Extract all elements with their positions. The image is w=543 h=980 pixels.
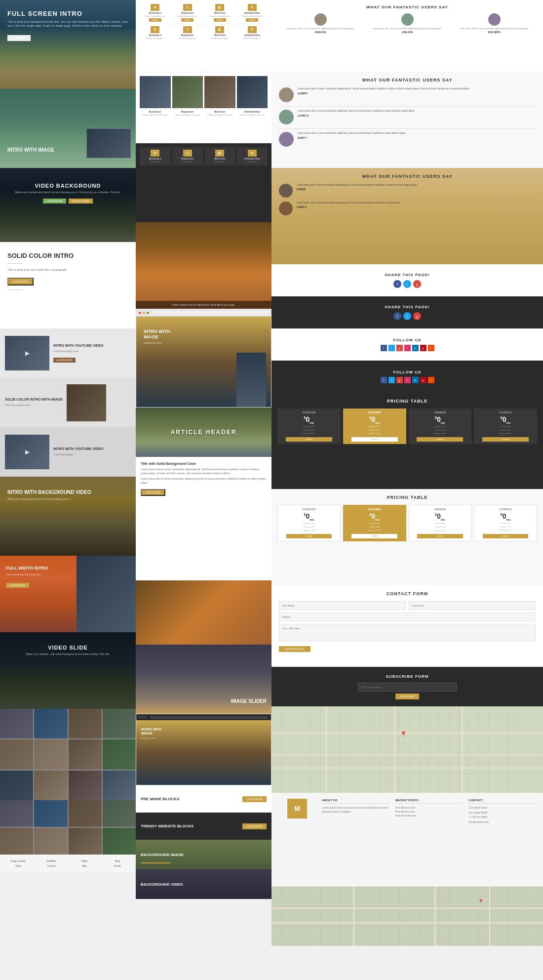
video-bg-learn-btn[interactable]: LEARN MORE (43, 199, 66, 204)
reddit-follow-dark-icon[interactable]: r (428, 377, 434, 383)
contact-name-input[interactable] (279, 601, 406, 610)
feature-btn-1[interactable]: MORE (149, 18, 161, 22)
map-area-1[interactable]: 📍 (272, 706, 543, 793)
article-body-text-2: Lorem ipsum dolor sit amet consectetur a… (141, 477, 267, 485)
full-width-intro-btn[interactable]: LEARN MORE (6, 583, 29, 588)
map-grid-1: 📍 (272, 706, 543, 793)
label-3: Slider (69, 859, 100, 863)
feature-2-label-2: Responsive (172, 34, 203, 37)
label-2: Portfolio (36, 859, 67, 863)
pinterest-follow-icon[interactable]: p (420, 345, 427, 351)
pricing-btn-standard-light[interactable]: ORDER (286, 534, 332, 538)
map-roads-2 (272, 887, 543, 946)
photo-cell-20 (103, 828, 136, 855)
pricing-price-featured-dark: $0/mo (346, 415, 404, 424)
googleplus-share-dark-icon[interactable]: g (413, 312, 421, 320)
photo-cell-2 (34, 709, 67, 738)
pricing-btn-featured-dark[interactable]: ORDER (351, 437, 398, 442)
facebook-follow-dark-icon[interactable]: f (381, 377, 387, 383)
pricing-btn-featured-light[interactable]: ORDER (351, 534, 397, 538)
map-area-2[interactable]: 📍 (272, 887, 543, 946)
footer-post-link-3[interactable]: Post title three here (395, 814, 464, 817)
testimonial-desert-avatar-2 (279, 202, 293, 215)
google-follow-icon[interactable]: g (396, 345, 403, 351)
bg-image-underline (141, 862, 170, 863)
twitter-follow-dark-icon[interactable]: t (388, 377, 395, 383)
twitter-share-icon[interactable]: t (403, 280, 411, 288)
footer-post-link-2[interactable]: Post title two here (395, 810, 464, 813)
dark-feature-desc-5: Feature text (175, 161, 201, 163)
feature-2-label-4: Unlimited Sites (237, 34, 268, 37)
contact-submit-btn[interactable]: SEND MESSAGE (279, 646, 310, 652)
testimonial-avatar-2 (401, 13, 414, 26)
map-road-2-v2 (434, 887, 436, 946)
photo-cell-10 (34, 771, 67, 800)
twitter-share-dark-icon[interactable]: t (403, 312, 411, 320)
feature-btn-2[interactable]: MORE (181, 18, 194, 22)
unlimited-icon: ⊕ (248, 4, 257, 11)
photo-grid-1 (0, 709, 136, 800)
feature-btn-4[interactable]: MORE (246, 18, 258, 22)
subscribe-email-input[interactable] (358, 683, 457, 692)
reddit-follow-icon[interactable]: r (428, 345, 434, 351)
contact-email-input[interactable] (409, 601, 536, 610)
linkedin-follow-dark-icon[interactable]: in (412, 377, 419, 383)
right-column: WHAT OUR FANTASTIC USERS SAY Lorem ipsum… (272, 0, 543, 980)
pricing-col-standard-light: STANDARD $0/mo Feature One Feature Two F… (277, 505, 341, 541)
facebook-share-dark-icon[interactable]: f (393, 312, 401, 320)
instagram-follow-dark-icon[interactable]: i (404, 377, 411, 383)
premade-blocks-btn[interactable]: LEARN MORE (242, 796, 267, 802)
feature-btn-3[interactable]: MORE (214, 18, 226, 22)
pricing-btn-standard-dark[interactable]: ORDER (286, 437, 332, 442)
map-road-2-h2 (272, 922, 543, 924)
article-content-section: Title with Solid Background Color Lorem … (136, 457, 272, 580)
photo-cell-1 (0, 709, 33, 738)
contact-message-textarea[interactable] (279, 624, 536, 641)
footer-about-text: Lorem ipsum dolor sit amet consectetur a… (322, 806, 390, 814)
browser-address-bar-2[interactable] (150, 716, 269, 719)
googleplus-share-icon[interactable]: g (413, 280, 421, 288)
linkedin-follow-icon[interactable]: in (412, 345, 419, 351)
feature-label-1: Bootstrap 3 (140, 12, 171, 14)
photo-cell-9 (0, 771, 33, 800)
youtube-btn[interactable]: LEARN MORE (53, 358, 76, 363)
pricing-col-ultimate-dark: ULTIMATE $0/mo Feature One Feature Two F… (474, 408, 537, 444)
photo-cell-6 (34, 739, 67, 769)
features-row-2: ⊞ Bootstrap 3 Feature description ⊡ Resp… (140, 26, 268, 40)
facebook-follow-icon[interactable]: f (381, 345, 387, 351)
youtube2-thumbnail (5, 435, 49, 469)
subscribe-btn[interactable]: SUBSCRIBE (395, 694, 420, 699)
testimonial-lg-text-3: Lorem ipsum dolor sit amet consectetur a… (298, 132, 406, 135)
full-screen-intro-btn[interactable]: LEARN MORE (7, 35, 31, 41)
facebook-share-icon[interactable]: f (393, 280, 401, 288)
responsive-icon: ⊡ (183, 4, 192, 11)
instagram-follow-icon[interactable]: i (404, 345, 411, 351)
dark-feature-5: ⊡ Responsive Feature text (172, 147, 203, 165)
pinterest-follow-dark-icon[interactable]: p (420, 377, 427, 383)
browser-address-bar[interactable] (153, 311, 269, 315)
pricing-btn-premium-light[interactable]: ORDER (417, 534, 463, 538)
pricing-btn-premium-dark[interactable]: ORDER (417, 437, 463, 442)
google-follow-dark-icon[interactable]: g (396, 377, 403, 383)
pricing-btn-ultimate-dark[interactable]: ORDER (482, 437, 529, 442)
video-bg-buttons: LEARN MORE WATCH VIDEO (0, 199, 136, 204)
twitter-follow-icon[interactable]: t (388, 345, 395, 351)
footer-col-about: ABOUT US Lorem ipsum dolor sit amet cons… (322, 799, 390, 881)
pricing-btn-ultimate-light[interactable]: ORDER (483, 534, 529, 538)
article-read-more-btn[interactable]: READ MORE (141, 489, 165, 496)
full-width-intro-title: FULL WIDTH INTRO (6, 566, 71, 572)
testimonial-2: Lorem ipsum dolor sit amet consectetur a… (366, 13, 449, 34)
share-page-dark: SHARE THIS PAGE! f t g (272, 296, 543, 328)
feature-3-label-1: Bootstrap 3 (140, 111, 171, 113)
map-road-h2 (272, 754, 543, 755)
contact-subject-input[interactable] (279, 612, 536, 621)
users-say-title-3: WHAT OUR FANTASTIC USERS SAY (279, 174, 536, 179)
pricing-label-featured-dark: FEATURED (346, 411, 404, 414)
solid-color-intro-btn[interactable]: LEARN MORE (7, 278, 34, 286)
dark-feature-icon-4: ⊞ (151, 150, 159, 157)
footer-post-link-1[interactable]: Post title one here (395, 806, 464, 809)
feature-2-icon-3: ◧ (215, 26, 224, 33)
video-bg-watch-btn[interactable]: WATCH VIDEO (69, 199, 93, 204)
trendy-blocks-btn[interactable]: LEARN MORE (242, 823, 267, 829)
testimonial-desert-name-1: DOREMI (297, 188, 418, 191)
